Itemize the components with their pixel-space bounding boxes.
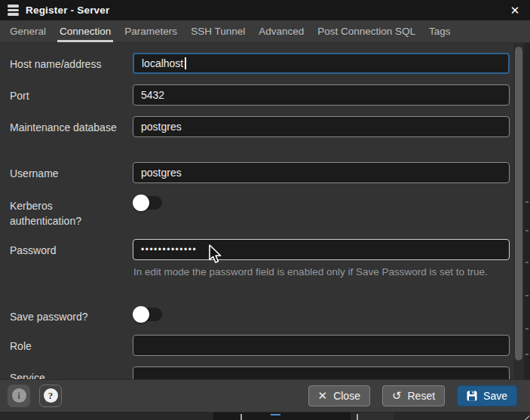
dialog-footer: i ? ✕ Close ↺ Reset Save — [0, 379, 530, 411]
username-input[interactable] — [133, 162, 510, 183]
tab-tags[interactable]: Tags — [427, 20, 453, 42]
register-server-dialog: Register - Server ✕ General Connection P… — [0, 0, 530, 420]
reset-button[interactable]: ↺ Reset — [382, 385, 445, 406]
background-app-divider — [357, 414, 358, 420]
password-field-wrap — [133, 239, 510, 260]
scrollbar-thumb[interactable] — [515, 47, 522, 360]
info-icon: i — [12, 388, 26, 403]
resize-grip-icon — [522, 415, 529, 420]
tab-parameters[interactable]: Parameters — [122, 20, 179, 42]
maintenance-db-label: Maintenance database — [10, 116, 124, 135]
floppy-disk-icon — [467, 391, 477, 401]
port-field-wrap — [133, 84, 510, 106]
kerberos-label: Kerberos authentication? — [10, 195, 124, 228]
background-app-divider — [240, 414, 242, 420]
sql-info-button[interactable]: i — [8, 385, 30, 407]
maintenance-db-input[interactable] — [133, 116, 510, 137]
server-stack-icon — [8, 5, 19, 15]
save-password-label: Save password? — [10, 305, 124, 324]
tab-connection[interactable]: Connection — [57, 20, 113, 42]
toggle-knob — [133, 306, 149, 323]
host-label: Host name/address — [10, 53, 124, 72]
close-button[interactable]: ✕ Close — [308, 385, 370, 406]
save-password-toggle[interactable] — [133, 308, 162, 321]
vertical-scrollbar[interactable] — [513, 43, 524, 379]
question-icon: ? — [44, 388, 58, 403]
role-field-wrap — [133, 335, 510, 356]
role-label: Role — [10, 335, 124, 354]
close-x-icon: ✕ — [318, 390, 328, 401]
tab-general[interactable]: General — [8, 20, 48, 42]
kerberos-toggle[interactable] — [133, 196, 162, 210]
tab-post-connection-sql[interactable]: Post Connection SQL — [315, 20, 418, 42]
host-field-wrap — [133, 53, 510, 74]
tab-ssh-tunnel[interactable]: SSH Tunnel — [188, 20, 247, 42]
reset-button-label: Reset — [408, 390, 436, 402]
close-button-label: Close — [333, 390, 360, 402]
service-field-wrap — [133, 366, 510, 379]
role-input[interactable] — [133, 335, 510, 356]
password-input[interactable] — [133, 239, 510, 260]
service-input[interactable] — [133, 366, 510, 379]
toggle-knob — [133, 195, 149, 211]
port-input[interactable] — [133, 84, 510, 106]
password-label: Password — [10, 239, 124, 258]
service-label: Service — [10, 366, 124, 379]
text-caret — [185, 57, 186, 69]
dialog-title: Register - Server — [26, 5, 109, 16]
dialog-tabbar: General Connection Parameters SSH Tunnel… — [0, 20, 530, 43]
dialog-titlebar: Register - Server ✕ — [0, 0, 530, 20]
port-label: Port — [10, 84, 124, 103]
help-button[interactable]: ? — [39, 385, 62, 407]
background-window-edge — [524, 43, 530, 379]
background-app-strip — [0, 411, 530, 420]
background-app-panel — [213, 412, 351, 420]
save-button[interactable]: Save — [457, 385, 517, 406]
connection-form: Host name/address Port Maintenance datab… — [0, 43, 530, 379]
window-close-icon[interactable]: ✕ — [506, 2, 524, 19]
password-help-text: In edit mode the password field is enabl… — [133, 264, 508, 281]
username-field-wrap — [133, 162, 510, 183]
background-app-panel — [359, 412, 394, 420]
username-label: Username — [10, 162, 124, 181]
background-app-accent — [271, 414, 280, 415]
maintenance-db-field-wrap — [133, 116, 510, 137]
save-button-label: Save — [483, 390, 507, 402]
host-input[interactable] — [133, 53, 510, 74]
reset-arrow-icon: ↺ — [392, 390, 402, 401]
tab-advanced[interactable]: Advanced — [256, 20, 306, 42]
